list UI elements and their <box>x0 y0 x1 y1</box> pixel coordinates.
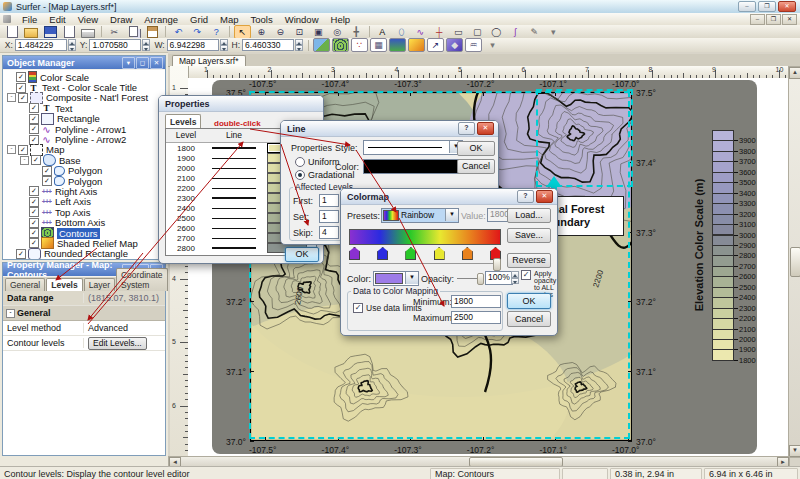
general-group-row[interactable]: - General <box>3 306 165 321</box>
colormap-dialog-titlebar[interactable]: Colormap ? ✕ <box>341 189 557 205</box>
opacity-handle[interactable] <box>477 273 484 285</box>
zoom-out-button[interactable]: ⊖ <box>272 25 289 39</box>
mdi-restore-button[interactable]: ❐ <box>766 14 781 25</box>
menu-arrange[interactable]: Arrange <box>138 14 184 25</box>
colormap-node[interactable] <box>377 247 388 260</box>
close-button[interactable]: ✕ <box>778 1 796 12</box>
whats-this-help-button[interactable]: ? <box>208 25 225 39</box>
undo-button[interactable]: ↶ <box>170 25 187 39</box>
expander-icon[interactable]: - <box>20 156 29 165</box>
set-field[interactable]: 1 <box>319 210 339 223</box>
visibility-checkbox[interactable]: ✓ <box>29 124 39 134</box>
menu-view[interactable]: View <box>72 14 104 25</box>
h-spinner[interactable] <box>295 39 303 51</box>
new-button[interactable] <box>4 25 21 39</box>
restore-button[interactable]: ❐ <box>758 1 776 12</box>
colormap-cancel-button[interactable]: Cancel <box>507 311 551 327</box>
tree-item-contours[interactable]: ✓Contours <box>3 228 165 238</box>
scroll-down-button[interactable]: ▼ <box>789 445 800 457</box>
expander-icon[interactable]: - <box>7 145 16 154</box>
new-contour-map-button[interactable] <box>332 38 349 52</box>
tree-item-base[interactable]: -✓Base <box>3 155 165 165</box>
edit-levels-button[interactable]: Edit Levels... <box>88 337 147 350</box>
help-icon[interactable]: ? <box>458 122 475 135</box>
tree-item-rounded-rectangle[interactable]: ✓Rounded Rectangle <box>3 249 165 259</box>
level-line-sample[interactable] <box>206 197 262 200</box>
minimize-button[interactable]: – <box>738 1 756 12</box>
save-button[interactable]: Save... <box>507 228 551 243</box>
mdi-close-button[interactable]: ✕ <box>782 14 797 25</box>
menu-grid[interactable]: Grid <box>184 14 214 25</box>
visibility-checkbox[interactable]: ✓ <box>29 186 39 196</box>
menu-window[interactable]: Window <box>279 14 325 25</box>
zoom-window-button[interactable]: ⊡ <box>291 25 308 39</box>
close-button[interactable]: ✕ <box>150 57 163 69</box>
tab-coordinate-system[interactable]: Coordinate System <box>116 268 168 291</box>
colormap-node[interactable] <box>434 247 445 260</box>
close-icon[interactable]: ✕ <box>477 122 494 135</box>
line-dialog-titlebar[interactable]: Line ? ✕ <box>281 121 498 137</box>
tree-item-composite-nat-l-forest[interactable]: -✓Composite - Nat'l Forest <box>3 93 165 103</box>
paste-button[interactable] <box>144 25 161 39</box>
level-line-sample[interactable] <box>206 208 262 209</box>
window-position-button[interactable]: ▾ <box>122 57 135 69</box>
colormap-node[interactable] <box>462 247 473 260</box>
minimum-field[interactable]: 1800 <box>451 295 501 308</box>
tree-item-map[interactable]: -✓Map <box>3 145 165 155</box>
new-base-map-button[interactable] <box>313 38 330 52</box>
text-tool-button[interactable]: A <box>374 25 391 39</box>
level-line-sample[interactable] <box>206 188 262 189</box>
tree-item-polygon[interactable]: ✓Polygon <box>3 176 165 186</box>
object-manager-header[interactable]: Object Manager ▾◻✕ <box>3 56 165 69</box>
menu-tools[interactable]: Tools <box>245 14 279 25</box>
opacity-field[interactable]: 100% <box>485 271 513 285</box>
close-icon[interactable]: ✕ <box>536 190 553 203</box>
load-button[interactable]: Load... <box>507 208 551 223</box>
tree-item-color-scale[interactable]: ✓Color Scale <box>3 72 165 82</box>
visibility-checkbox[interactable]: ✓ <box>31 155 41 165</box>
use-data-limits-checkbox[interactable]: ✓ Use data limits <box>353 303 422 313</box>
line-cancel-button[interactable]: Cancel <box>457 159 495 174</box>
y-spinner[interactable] <box>142 39 150 51</box>
w-field[interactable]: 6.942298 <box>167 39 219 51</box>
visibility-checkbox[interactable]: ✓ <box>29 197 39 207</box>
tree-item-rectangle[interactable]: ✓Rectangle <box>3 114 165 124</box>
new-image-map-button[interactable] <box>389 38 406 52</box>
tab-layer[interactable]: Layer <box>84 278 115 291</box>
visibility-checkbox[interactable]: ✓ <box>42 166 52 176</box>
visibility-checkbox[interactable]: ✓ <box>29 207 39 217</box>
visibility-checkbox[interactable]: ✓ <box>42 176 52 186</box>
zoom-page-button[interactable]: ▣ <box>310 25 327 39</box>
node-position-handle[interactable] <box>493 258 501 271</box>
tree-item-polyline-arrow2[interactable]: ✓∿Polyline - Arrow2 <box>3 134 165 144</box>
help-icon[interactable]: ? <box>517 190 534 203</box>
visibility-checkbox[interactable]: ✓ <box>16 83 26 93</box>
colormap-gradient-bar[interactable] <box>349 229 501 245</box>
tree-item-shaded-relief-map[interactable]: ✓Shaded Relief Map <box>3 238 165 248</box>
spline-polyline-tool-button[interactable]: ʃ <box>507 25 524 39</box>
column-header-level[interactable]: Level <box>166 129 206 142</box>
x-field[interactable]: 1.484229 <box>15 39 67 51</box>
import-button[interactable] <box>61 25 78 39</box>
menu-file[interactable]: File <box>16 14 43 25</box>
vertical-scroll-thumb[interactable] <box>790 247 800 277</box>
visibility-checkbox[interactable]: ✓ <box>29 238 39 248</box>
skip-field[interactable]: 4 <box>319 226 339 239</box>
ellipse-tool-button[interactable]: ◯ <box>488 25 505 39</box>
tree-item-right-axis[interactable]: ✓+++Right Axis <box>3 186 165 196</box>
reshape-tool-button[interactable]: ✎ <box>526 25 543 39</box>
rounded-rectangle-tool-button[interactable]: ▢ <box>469 25 486 39</box>
tree-item-text-color-scale-title[interactable]: ✓TText - Color Scale Title <box>3 82 165 92</box>
x-spinner[interactable] <box>68 39 76 51</box>
pan-button[interactable]: ╋ <box>348 25 365 39</box>
secondary-selection-outline[interactable] <box>536 89 633 187</box>
expander-icon[interactable]: - <box>7 93 16 102</box>
colormap-ok-button[interactable]: OK <box>507 293 551 309</box>
level-line-sample[interactable] <box>206 168 262 169</box>
polyline-tool-button[interactable]: ∿ <box>412 25 429 39</box>
zoom-in-button[interactable]: ⊕ <box>253 25 270 39</box>
redo-button[interactable]: ↷ <box>189 25 206 39</box>
mdi-minimize-button[interactable]: – <box>750 14 765 25</box>
level-line-sample[interactable] <box>206 238 262 239</box>
tab-levels[interactable]: Levels <box>46 278 82 291</box>
